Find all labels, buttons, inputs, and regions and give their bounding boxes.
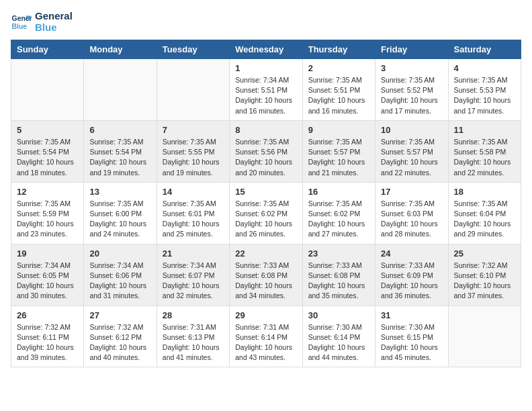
- calendar-cell: [11, 59, 84, 121]
- day-number: 6: [89, 125, 150, 135]
- day-number: 13: [89, 187, 150, 197]
- day-number: 23: [308, 248, 369, 259]
- calendar-week-row: 12Sunrise: 7:35 AMSunset: 5:59 PMDayligh…: [11, 182, 521, 244]
- calendar-cell: 3Sunrise: 7:35 AMSunset: 5:52 PMDaylight…: [375, 59, 448, 121]
- day-content: Sunrise: 7:35 AMSunset: 6:01 PMDaylight:…: [163, 199, 224, 240]
- logo-icon: General Blue: [11, 11, 32, 33]
- day-number: 22: [235, 248, 296, 259]
- weekday-header-tuesday: Tuesday: [157, 40, 229, 59]
- calendar-cell: 31Sunrise: 7:30 AMSunset: 6:15 PMDayligh…: [375, 306, 448, 367]
- day-number: 7: [163, 125, 224, 135]
- calendar-cell: 8Sunrise: 7:35 AMSunset: 5:56 PMDaylight…: [230, 120, 302, 182]
- calendar-week-row: 26Sunrise: 7:32 AMSunset: 6:11 PMDayligh…: [11, 306, 521, 367]
- day-number: 20: [89, 248, 150, 259]
- day-content: Sunrise: 7:34 AMSunset: 6:06 PMDaylight:…: [89, 261, 150, 302]
- day-content: Sunrise: 7:35 AMSunset: 6:04 PMDaylight:…: [454, 199, 515, 240]
- calendar-week-row: 5Sunrise: 7:35 AMSunset: 5:54 PMDaylight…: [11, 120, 521, 182]
- calendar-table: SundayMondayTuesdayWednesdayThursdayFrid…: [11, 40, 521, 367]
- day-content: Sunrise: 7:31 AMSunset: 6:14 PMDaylight:…: [235, 322, 296, 363]
- calendar-cell: [157, 59, 229, 121]
- calendar-cell: 30Sunrise: 7:30 AMSunset: 6:14 PMDayligh…: [302, 306, 375, 367]
- day-number: 8: [235, 125, 296, 135]
- calendar-cell: [448, 306, 521, 367]
- day-content: Sunrise: 7:33 AMSunset: 6:08 PMDaylight:…: [308, 261, 369, 302]
- day-content: Sunrise: 7:35 AMSunset: 5:52 PMDaylight:…: [381, 75, 442, 116]
- day-content: Sunrise: 7:35 AMSunset: 6:02 PMDaylight:…: [308, 199, 369, 240]
- logo: General Blue General Blue: [11, 11, 73, 33]
- day-content: Sunrise: 7:35 AMSunset: 5:54 PMDaylight:…: [89, 137, 150, 178]
- day-number: 31: [381, 310, 442, 320]
- calendar-cell: 6Sunrise: 7:35 AMSunset: 5:54 PMDaylight…: [84, 120, 157, 182]
- calendar-cell: 15Sunrise: 7:35 AMSunset: 6:02 PMDayligh…: [230, 182, 302, 244]
- day-number: 17: [381, 187, 442, 197]
- day-content: Sunrise: 7:30 AMSunset: 6:14 PMDaylight:…: [308, 322, 369, 363]
- weekday-header-wednesday: Wednesday: [230, 40, 302, 59]
- day-content: Sunrise: 7:30 AMSunset: 6:15 PMDaylight:…: [381, 322, 442, 363]
- day-content: Sunrise: 7:34 AMSunset: 6:07 PMDaylight:…: [163, 261, 224, 302]
- calendar-cell: 20Sunrise: 7:34 AMSunset: 6:06 PMDayligh…: [84, 244, 157, 306]
- day-number: 3: [381, 63, 442, 73]
- calendar-cell: 9Sunrise: 7:35 AMSunset: 5:57 PMDaylight…: [302, 120, 375, 182]
- day-content: Sunrise: 7:34 AMSunset: 5:51 PMDaylight:…: [235, 75, 296, 116]
- day-number: 29: [235, 310, 296, 320]
- day-content: Sunrise: 7:35 AMSunset: 5:59 PMDaylight:…: [17, 199, 78, 240]
- weekday-header-friday: Friday: [375, 40, 448, 59]
- day-content: Sunrise: 7:35 AMSunset: 5:55 PMDaylight:…: [163, 137, 224, 178]
- day-number: 12: [17, 187, 78, 197]
- day-content: Sunrise: 7:35 AMSunset: 5:57 PMDaylight:…: [308, 137, 369, 178]
- calendar-cell: 10Sunrise: 7:35 AMSunset: 5:57 PMDayligh…: [375, 120, 448, 182]
- calendar-cell: 26Sunrise: 7:32 AMSunset: 6:11 PMDayligh…: [11, 306, 84, 367]
- calendar-cell: 27Sunrise: 7:32 AMSunset: 6:12 PMDayligh…: [84, 306, 157, 367]
- day-content: Sunrise: 7:32 AMSunset: 6:12 PMDaylight:…: [89, 322, 150, 363]
- day-content: Sunrise: 7:35 AMSunset: 5:58 PMDaylight:…: [454, 137, 515, 178]
- day-number: 19: [17, 248, 78, 259]
- day-content: Sunrise: 7:35 AMSunset: 6:02 PMDaylight:…: [235, 199, 296, 240]
- day-content: Sunrise: 7:35 AMSunset: 6:00 PMDaylight:…: [89, 199, 150, 240]
- day-number: 5: [17, 125, 78, 135]
- day-content: Sunrise: 7:33 AMSunset: 6:08 PMDaylight:…: [235, 261, 296, 302]
- day-content: Sunrise: 7:31 AMSunset: 6:13 PMDaylight:…: [163, 322, 224, 363]
- day-content: Sunrise: 7:32 AMSunset: 6:10 PMDaylight:…: [454, 261, 515, 302]
- weekday-header-thursday: Thursday: [302, 40, 375, 59]
- weekday-header-saturday: Saturday: [448, 40, 521, 59]
- day-number: 4: [454, 63, 515, 73]
- day-content: Sunrise: 7:32 AMSunset: 6:11 PMDaylight:…: [17, 322, 78, 363]
- calendar-cell: 11Sunrise: 7:35 AMSunset: 5:58 PMDayligh…: [448, 120, 521, 182]
- day-number: 14: [163, 187, 224, 197]
- day-number: 9: [308, 125, 369, 135]
- calendar-cell: 21Sunrise: 7:34 AMSunset: 6:07 PMDayligh…: [157, 244, 229, 306]
- day-number: 16: [308, 187, 369, 197]
- day-number: 21: [163, 248, 224, 259]
- calendar-week-row: 19Sunrise: 7:34 AMSunset: 6:05 PMDayligh…: [11, 244, 521, 306]
- calendar-cell: 23Sunrise: 7:33 AMSunset: 6:08 PMDayligh…: [302, 244, 375, 306]
- calendar-cell: 12Sunrise: 7:35 AMSunset: 5:59 PMDayligh…: [11, 182, 84, 244]
- calendar-cell: 14Sunrise: 7:35 AMSunset: 6:01 PMDayligh…: [157, 182, 229, 244]
- weekday-header-row: SundayMondayTuesdayWednesdayThursdayFrid…: [11, 40, 521, 59]
- calendar-cell: 18Sunrise: 7:35 AMSunset: 6:04 PMDayligh…: [448, 182, 521, 244]
- calendar-cell: 1Sunrise: 7:34 AMSunset: 5:51 PMDaylight…: [230, 59, 302, 121]
- page-header: General Blue General Blue: [11, 11, 521, 33]
- calendar-cell: 28Sunrise: 7:31 AMSunset: 6:13 PMDayligh…: [157, 306, 229, 367]
- day-number: 11: [454, 125, 515, 135]
- day-number: 26: [17, 310, 78, 320]
- day-content: Sunrise: 7:33 AMSunset: 6:09 PMDaylight:…: [381, 261, 442, 302]
- day-number: 10: [381, 125, 442, 135]
- day-content: Sunrise: 7:35 AMSunset: 5:51 PMDaylight:…: [308, 75, 369, 116]
- day-content: Sunrise: 7:35 AMSunset: 5:56 PMDaylight:…: [235, 137, 296, 178]
- calendar-cell: 4Sunrise: 7:35 AMSunset: 5:53 PMDaylight…: [448, 59, 521, 121]
- calendar-cell: 25Sunrise: 7:32 AMSunset: 6:10 PMDayligh…: [448, 244, 521, 306]
- calendar-cell: 24Sunrise: 7:33 AMSunset: 6:09 PMDayligh…: [375, 244, 448, 306]
- calendar-cell: 2Sunrise: 7:35 AMSunset: 5:51 PMDaylight…: [302, 59, 375, 121]
- calendar-cell: 19Sunrise: 7:34 AMSunset: 6:05 PMDayligh…: [11, 244, 84, 306]
- day-number: 27: [89, 310, 150, 320]
- svg-text:Blue: Blue: [12, 22, 28, 30]
- calendar-cell: 7Sunrise: 7:35 AMSunset: 5:55 PMDaylight…: [157, 120, 229, 182]
- calendar-cell: 17Sunrise: 7:35 AMSunset: 6:03 PMDayligh…: [375, 182, 448, 244]
- day-content: Sunrise: 7:35 AMSunset: 5:57 PMDaylight:…: [381, 137, 442, 178]
- day-number: 28: [163, 310, 224, 320]
- day-number: 24: [381, 248, 442, 259]
- day-number: 18: [454, 187, 515, 197]
- day-number: 25: [454, 248, 515, 259]
- day-content: Sunrise: 7:35 AMSunset: 5:54 PMDaylight:…: [17, 137, 78, 178]
- day-content: Sunrise: 7:35 AMSunset: 5:53 PMDaylight:…: [454, 75, 515, 116]
